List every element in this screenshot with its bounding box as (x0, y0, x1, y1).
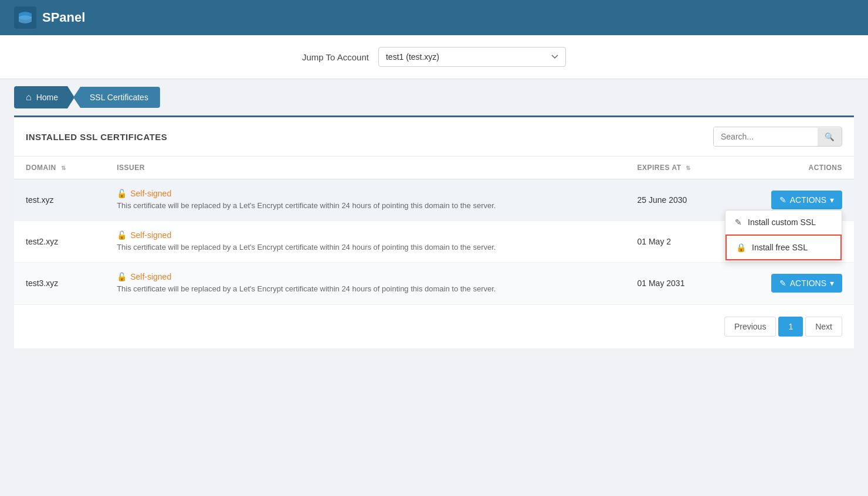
logo-icon (14, 6, 36, 29)
lock-icon: 🔓 (117, 272, 127, 281)
page-1-button[interactable]: 1 (778, 317, 803, 337)
lock-icon: 🔓 (117, 189, 127, 198)
chevron-down-icon: ▾ (830, 278, 834, 288)
main-content: INSTALLED SSL CERTIFICATES 🔍 DOMAIN ⇅ IS… (14, 115, 854, 348)
home-icon: ⌂ (26, 92, 32, 103)
edit-icon: ✎ (779, 195, 786, 205)
logo-text: SPanel (42, 10, 85, 25)
expires-cell: 25 June 2030 (626, 179, 732, 221)
ssl-table: DOMAIN ⇅ ISSUER EXPIRES AT ⇅ ACTIONS (14, 157, 854, 305)
dropdown-item-install-free[interactable]: 🔒 Install free SSL (725, 235, 842, 260)
search-button[interactable]: 🔍 (818, 128, 842, 146)
issuer-name: 🔓 Self-signed (117, 272, 613, 281)
breadcrumb-current-label: SSL Certificates (90, 93, 148, 102)
issuer-desc: This certificate will be replaced by a L… (117, 201, 613, 211)
actions-cell: ✎ ACTIONS ▾ (732, 263, 855, 304)
previous-button[interactable]: Previous (724, 317, 776, 337)
edit-icon: ✎ (779, 278, 786, 288)
issuer-desc: This certificate will be replaced by a L… (117, 242, 613, 253)
expires-cell: 01 May 2 (626, 221, 732, 263)
search-input[interactable] (714, 127, 818, 146)
issuer-name: 🔓 Self-signed (117, 189, 613, 198)
next-button[interactable]: Next (805, 317, 842, 337)
col-issuer: ISSUER (105, 157, 625, 179)
col-expires[interactable]: EXPIRES AT ⇅ (626, 157, 732, 179)
jump-bar: Jump To Account test1 (test.xyz) test2 (… (0, 35, 868, 79)
actions-dropdown: ✎ Install custom SSL 🔒 Install free SSL (725, 210, 842, 261)
issuer-name: 🔓 Self-signed (117, 230, 613, 240)
table-header: INSTALLED SSL CERTIFICATES 🔍 (14, 117, 854, 157)
expires-sort-icon: ⇅ (686, 165, 691, 171)
domain-cell: test3.xyz (14, 263, 105, 304)
issuer-cell: 🔓 Self-signed This certificate will be r… (105, 263, 625, 304)
col-domain[interactable]: DOMAIN ⇅ (14, 157, 105, 179)
domain-cell: test.xyz (14, 179, 105, 221)
table-row: test.xyz 🔓 Self-signed This certificate … (14, 179, 854, 221)
issuer-cell: 🔓 Self-signed This certificate will be r… (105, 179, 625, 221)
dropdown-item-install-custom[interactable]: ✎ Install custom SSL (725, 210, 842, 235)
breadcrumb-current: SSL Certificates (73, 87, 160, 108)
actions-button-1[interactable]: ✎ ACTIONS ▾ (771, 191, 842, 209)
col-actions: ACTIONS (732, 157, 855, 179)
header: SPanel (0, 0, 868, 35)
lock-icon: 🔓 (117, 230, 127, 240)
issuer-desc: This certificate will be replaced by a L… (117, 284, 613, 294)
search-container: 🔍 (713, 127, 842, 147)
actions-button-3[interactable]: ✎ ACTIONS ▾ (771, 274, 842, 293)
table-head-row: DOMAIN ⇅ ISSUER EXPIRES AT ⇅ ACTIONS (14, 157, 854, 179)
domain-cell: test2.xyz (14, 221, 105, 263)
breadcrumb-home[interactable]: ⌂ Home (14, 86, 74, 108)
lock-icon: 🔒 (736, 243, 746, 252)
jump-bar-select[interactable]: test1 (test.xyz) test2 (test2.xyz) test3… (378, 47, 566, 67)
actions-cell: ✎ ACTIONS ▾ ✎ Install custom SSL 🔒 Insta… (732, 179, 855, 221)
breadcrumb: ⌂ Home SSL Certificates (0, 86, 868, 115)
table-title: INSTALLED SSL CERTIFICATES (26, 132, 167, 142)
domain-sort-icon: ⇅ (61, 165, 66, 171)
expires-cell: 01 May 2031 (626, 263, 732, 304)
issuer-cell: 🔓 Self-signed This certificate will be r… (105, 221, 625, 263)
pagination: Previous 1 Next (14, 305, 854, 348)
table-row: test3.xyz 🔓 Self-signed This certificate… (14, 263, 854, 304)
chevron-down-icon: ▾ (830, 195, 834, 205)
breadcrumb-home-label: Home (36, 93, 58, 102)
search-icon: 🔍 (825, 133, 835, 141)
edit-icon: ✎ (735, 218, 742, 227)
jump-bar-label: Jump To Account (302, 52, 369, 62)
logo: SPanel (14, 6, 85, 29)
